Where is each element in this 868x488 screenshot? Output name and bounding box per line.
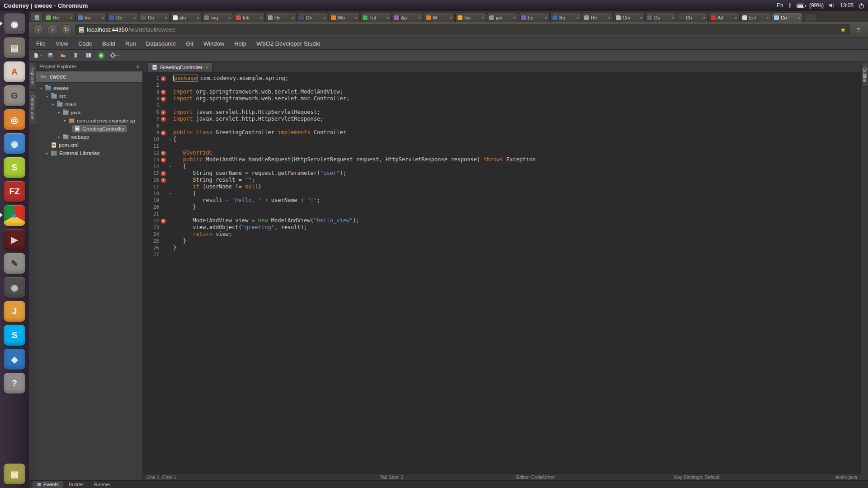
- menu-git[interactable]: Git: [181, 38, 198, 49]
- tab-close-icon[interactable]: ×: [228, 15, 231, 20]
- browser-tab-4[interactable]: plu×: [170, 13, 202, 22]
- browser-tab-12[interactable]: W:×: [424, 13, 455, 22]
- browser-tab-16[interactable]: Bu×: [550, 13, 581, 22]
- delete-button[interactable]: [70, 51, 81, 61]
- launcher-filezilla[interactable]: FZ: [4, 181, 25, 202]
- launcher-help[interactable]: ?: [4, 373, 25, 394]
- tree-item-webapp[interactable]: ▸webapp: [36, 133, 142, 141]
- tab-datasource[interactable]: Datasource: [29, 91, 36, 124]
- layout-button[interactable]: [83, 51, 94, 61]
- expand-arrow-icon[interactable]: ▾: [62, 119, 67, 123]
- tab-close-icon[interactable]: ×: [260, 15, 263, 20]
- panel-tab-events[interactable]: Events: [33, 481, 63, 488]
- save-button[interactable]: [45, 51, 56, 61]
- browser-tab-6[interactable]: Inb×: [234, 13, 265, 22]
- close-tab-icon[interactable]: ×: [205, 65, 208, 70]
- workspace-row[interactable]: eweee: [36, 71, 142, 83]
- tree-item-java[interactable]: ▾java: [36, 108, 142, 117]
- tab-close-icon[interactable]: ×: [133, 15, 136, 20]
- keyboard-indicator[interactable]: En: [777, 2, 783, 9]
- browser-tab-21[interactable]: Ad×: [708, 13, 740, 22]
- forward-button[interactable]: ›: [47, 24, 58, 35]
- new-tab-button[interactable]: [805, 14, 816, 21]
- launcher-jdownloader[interactable]: J: [4, 301, 25, 322]
- menu-help[interactable]: Help: [229, 38, 251, 49]
- volume-icon[interactable]: [829, 3, 835, 8]
- tree-item-eweee[interactable]: ▾eweee: [36, 84, 142, 92]
- browser-tab-19[interactable]: Do×: [645, 13, 676, 22]
- expand-arrow-icon[interactable]: ▾: [39, 86, 43, 90]
- browser-tab-18[interactable]: Cro×: [613, 13, 645, 22]
- tree-item-greetingcontroller[interactable]: GreetingController: [36, 125, 142, 133]
- fold-arrow-icon[interactable]: ▾: [167, 163, 173, 170]
- tab-close-icon[interactable]: ×: [608, 15, 611, 20]
- tab-close-icon[interactable]: ×: [798, 15, 801, 20]
- tab-close-icon[interactable]: ×: [450, 15, 453, 20]
- tab-close-icon[interactable]: ×: [576, 15, 579, 20]
- tab-close-icon[interactable]: ×: [766, 15, 769, 20]
- launcher-skype[interactable]: S: [4, 325, 25, 346]
- menu-run[interactable]: Run: [120, 38, 141, 49]
- launcher-chromium[interactable]: ●: [4, 205, 25, 226]
- tab-close-icon[interactable]: ×: [387, 15, 389, 20]
- clock[interactable]: 13:05: [840, 2, 854, 9]
- menu-window[interactable]: Window: [198, 38, 229, 49]
- session-power-icon[interactable]: [859, 3, 864, 9]
- expand-arrow-icon[interactable]: ▸: [45, 151, 49, 155]
- bluetooth-icon[interactable]: ᛒ: [788, 2, 792, 9]
- expand-arrow-icon[interactable]: ▾: [57, 111, 61, 115]
- browser-tab-5[interactable]: org×: [202, 13, 233, 22]
- tab-close-icon[interactable]: ×: [355, 15, 358, 20]
- tab-grid-icon[interactable]: ▦: [31, 13, 42, 21]
- menu-code[interactable]: Code: [73, 38, 97, 49]
- tree-item-main[interactable]: ▾main: [36, 100, 142, 108]
- url-bar[interactable]: localhost:44350 /ws/default/eweee ★: [75, 24, 850, 35]
- tab-close-icon[interactable]: ×: [102, 15, 104, 20]
- browser-tab-14[interactable]: jav×: [487, 13, 518, 22]
- launcher-gimp[interactable]: G: [4, 85, 25, 106]
- fold-arrow-icon[interactable]: ▾: [167, 190, 173, 197]
- tab-close-icon[interactable]: ×: [292, 15, 294, 20]
- tab-close-icon[interactable]: ×: [70, 15, 73, 20]
- tab-close-icon[interactable]: ×: [323, 15, 326, 20]
- tab-explorer[interactable]: Explorer: [29, 63, 36, 89]
- new-file-button[interactable]: ▾: [31, 51, 43, 61]
- launcher-files[interactable]: ▤: [4, 38, 25, 58]
- browser-tab-1[interactable]: Inc×: [75, 13, 107, 22]
- launcher-app-blue-ball[interactable]: ◉: [4, 133, 25, 154]
- tree-item-pom-xml[interactable]: pom.xml: [36, 141, 142, 149]
- tab-close-icon[interactable]: ×: [481, 15, 484, 20]
- tab-close-icon[interactable]: ×: [545, 15, 547, 20]
- menu-view[interactable]: View: [51, 38, 73, 49]
- settings-button[interactable]: ▾: [108, 51, 120, 61]
- browser-menu-icon[interactable]: ≡: [853, 26, 864, 33]
- browser-tab-15[interactable]: Ec×: [519, 13, 550, 22]
- tree-item-external-libraries[interactable]: ▸External Libraries: [36, 149, 142, 157]
- tree-item-src[interactable]: ▾src: [36, 92, 142, 100]
- reload-button[interactable]: ↻: [61, 24, 72, 35]
- browser-tab-2[interactable]: De×: [107, 13, 138, 22]
- browser-tab-3[interactable]: Co×: [139, 13, 170, 22]
- launcher-app-orange-swirl[interactable]: ◎: [4, 109, 25, 130]
- browser-tab-9[interactable]: Wo×: [329, 13, 360, 22]
- launcher-app-droplet[interactable]: ◆: [4, 349, 25, 370]
- tab-close-icon[interactable]: ×: [671, 15, 674, 20]
- browser-tab-11[interactable]: Ap×: [392, 13, 423, 22]
- launcher-media-player[interactable]: ▶: [4, 229, 25, 250]
- browser-tab-17[interactable]: Re×: [582, 13, 613, 22]
- tab-outline[interactable]: Outline: [861, 63, 868, 87]
- code-editor[interactable]: 1×package com.codenvy.example.spring;23×…: [143, 72, 861, 474]
- editor-tab-greetingcontroller[interactable]: GreetingController ×: [147, 62, 212, 72]
- bookmark-star-icon[interactable]: ★: [840, 26, 846, 33]
- tab-close-icon[interactable]: ×: [197, 15, 199, 20]
- browser-tab-8[interactable]: De×: [297, 13, 328, 22]
- open-button[interactable]: [57, 51, 69, 61]
- browser-tab-10[interactable]: Tut×: [360, 13, 392, 22]
- menu-build[interactable]: Build: [97, 38, 120, 49]
- menu-file[interactable]: File: [31, 38, 51, 49]
- tab-close-icon[interactable]: ×: [418, 15, 421, 20]
- battery-icon[interactable]: [797, 4, 804, 8]
- browser-tab-0[interactable]: Re×: [44, 13, 75, 22]
- launcher-workspace-bottom[interactable]: ▦: [4, 464, 25, 484]
- expand-arrow-icon[interactable]: ▾: [51, 103, 55, 107]
